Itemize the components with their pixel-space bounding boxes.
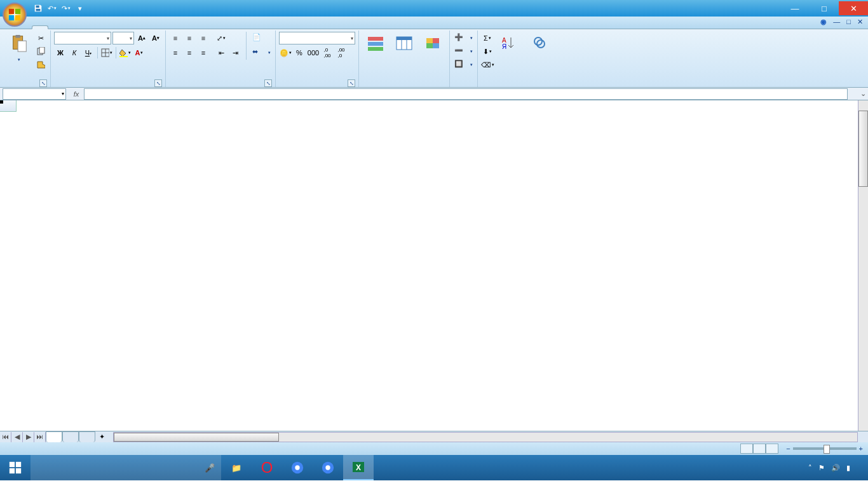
office-button[interactable] <box>3 3 27 27</box>
number-launcher-icon[interactable]: ⤡ <box>348 79 355 87</box>
merge-center-button[interactable]: ⬌ <box>251 46 272 59</box>
insert-cells-button[interactable]: ➕ <box>453 32 474 44</box>
border-icon[interactable] <box>100 46 113 59</box>
new-sheet-icon[interactable]: ✦ <box>95 433 108 441</box>
tab-review[interactable] <box>109 26 125 29</box>
sheet-nav-last-icon[interactable]: ⏭ <box>34 432 46 442</box>
taskbar-app-opera[interactable]: O <box>252 455 282 480</box>
taskbar-app-chrome1[interactable] <box>282 455 313 480</box>
wrap-text-button[interactable]: 📄 <box>251 32 272 44</box>
tab-data[interactable] <box>94 26 109 29</box>
tray-up-icon[interactable]: ˄ <box>808 464 812 472</box>
fill-color-icon[interactable] <box>119 46 132 59</box>
alignment-launcher-icon[interactable]: ⤡ <box>264 79 272 87</box>
align-center-icon[interactable]: ≡ <box>183 46 196 59</box>
sheet-tab-1[interactable] <box>46 431 62 442</box>
taskbar-app-chrome2[interactable] <box>313 455 343 480</box>
qat-customize-icon[interactable]: ▾ <box>75 3 85 13</box>
undo-icon[interactable]: ↶ <box>47 3 57 13</box>
format-cells-button[interactable]: 🔲 <box>453 58 474 71</box>
tray-flag-icon[interactable]: ⚑ <box>818 464 825 472</box>
name-box[interactable] <box>3 88 66 100</box>
align-top-icon[interactable]: ≡ <box>169 32 182 44</box>
clear-icon[interactable]: ⌫ <box>481 58 494 71</box>
sheet-tab-2[interactable] <box>62 431 79 442</box>
zoom-out-icon[interactable]: − <box>786 445 790 452</box>
delete-cells-button[interactable]: ➖ <box>453 45 474 58</box>
taskbar-app-excel[interactable]: X <box>343 455 374 480</box>
number-format-combo[interactable] <box>279 32 355 44</box>
align-bottom-icon[interactable]: ≡ <box>197 32 210 44</box>
spreadsheet-grid[interactable] <box>0 100 868 431</box>
copy-icon[interactable] <box>34 45 47 58</box>
increase-decimal-icon[interactable]: ,0,00 <box>321 46 334 59</box>
zoom-slider[interactable] <box>793 447 857 450</box>
sheet-nav-prev-icon[interactable]: ◀ <box>11 432 23 442</box>
sheet-nav-first-icon[interactable]: ⏮ <box>0 432 11 442</box>
bold-icon[interactable]: Ж <box>54 46 67 59</box>
page-layout-view-icon[interactable] <box>753 444 766 454</box>
cut-icon[interactable]: ✂ <box>34 32 47 44</box>
expand-formula-bar-icon[interactable]: ⌄ <box>858 90 868 98</box>
formula-input[interactable] <box>84 88 848 100</box>
font-family-combo[interactable] <box>54 32 111 44</box>
select-all-corner[interactable] <box>0 100 17 112</box>
help-icon[interactable]: ◉ <box>820 18 827 26</box>
find-select-button[interactable] <box>524 32 551 56</box>
grow-font-icon[interactable]: A▴ <box>135 32 148 44</box>
save-icon[interactable] <box>33 3 43 13</box>
font-color-icon[interactable]: A <box>133 46 146 59</box>
align-middle-icon[interactable]: ≡ <box>183 32 196 44</box>
redo-icon[interactable]: ↷ <box>61 3 71 13</box>
sheet-tab-3[interactable] <box>79 431 95 442</box>
align-right-icon[interactable]: ≡ <box>197 46 210 59</box>
taskbar-search[interactable]: 🎤 <box>31 455 221 480</box>
start-button[interactable] <box>0 455 31 480</box>
decrease-decimal-icon[interactable]: ,00,0 <box>335 46 348 59</box>
restore-window-icon[interactable]: □ <box>846 18 851 26</box>
font-size-combo[interactable] <box>112 32 134 44</box>
align-left-icon[interactable]: ≡ <box>169 46 182 59</box>
tray-network-icon[interactable]: ▮ <box>846 464 850 472</box>
orientation-icon[interactable]: ⤢ <box>215 32 227 44</box>
normal-view-icon[interactable] <box>740 444 753 454</box>
paste-button[interactable]: ▾ <box>6 32 32 64</box>
tab-insert[interactable] <box>48 26 64 29</box>
format-as-table-button[interactable] <box>391 32 417 56</box>
zoom-in-icon[interactable]: + <box>859 445 863 452</box>
taskbar-app-explorer[interactable]: 📁 <box>221 455 252 480</box>
percent-icon[interactable]: % <box>293 46 306 59</box>
increase-indent-icon[interactable]: ⇥ <box>229 46 241 59</box>
conditional-format-button[interactable] <box>362 32 389 56</box>
maximize-button[interactable]: □ <box>810 1 839 15</box>
autosum-icon[interactable]: Σ <box>481 32 494 44</box>
font-launcher-icon[interactable]: ⤡ <box>154 79 162 87</box>
page-break-view-icon[interactable] <box>766 444 778 454</box>
horizontal-scrollbar[interactable] <box>113 432 858 442</box>
svg-point-35 <box>295 465 299 470</box>
italic-icon[interactable]: К <box>68 46 81 59</box>
shrink-font-icon[interactable]: A▾ <box>149 32 162 44</box>
decrease-indent-icon[interactable]: ⇤ <box>215 46 227 59</box>
accounting-format-icon[interactable]: 🪙 <box>279 46 292 59</box>
close-button[interactable]: ✕ <box>839 1 868 15</box>
minimize-button[interactable]: — <box>780 1 810 15</box>
tab-home[interactable] <box>32 25 48 29</box>
underline-icon[interactable]: Ч▾ <box>82 46 95 59</box>
tab-layout[interactable] <box>64 26 79 29</box>
clipboard-launcher-icon[interactable]: ⤡ <box>39 79 47 87</box>
vertical-scrollbar[interactable] <box>858 100 868 431</box>
sheet-nav-next-icon[interactable]: ▶ <box>23 432 34 442</box>
format-painter-icon[interactable] <box>34 58 47 71</box>
tab-formulas[interactable] <box>79 26 94 29</box>
close-workbook-icon[interactable]: ✕ <box>857 18 863 26</box>
minimize-ribbon-icon[interactable]: — <box>833 18 840 26</box>
mic-icon[interactable]: 🎤 <box>205 463 215 473</box>
tray-volume-icon[interactable]: 🔊 <box>831 464 840 472</box>
tab-view[interactable] <box>125 26 140 29</box>
cell-styles-button[interactable] <box>419 32 446 56</box>
fx-icon[interactable]: fx <box>69 90 84 98</box>
comma-icon[interactable]: 000 <box>307 46 320 59</box>
sort-filter-button[interactable]: АЯ <box>496 32 522 56</box>
fill-icon[interactable]: ⬇ <box>481 45 494 58</box>
